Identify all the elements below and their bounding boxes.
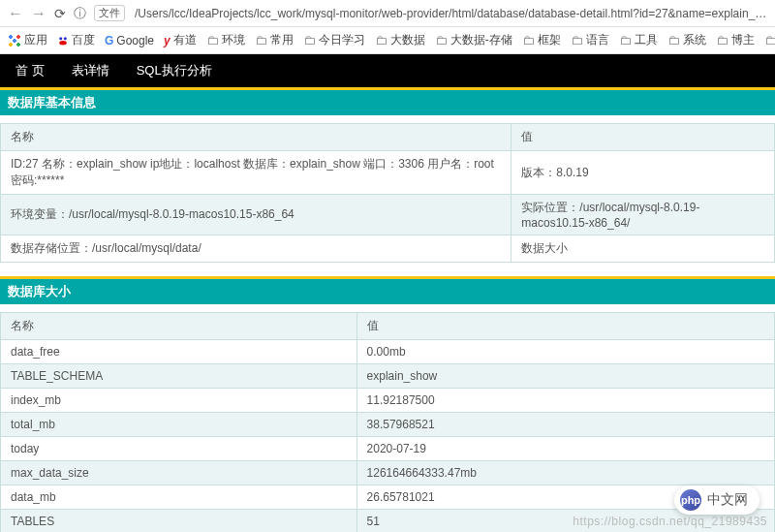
- bookmark-label: 博主: [731, 32, 755, 48]
- col-name: 名称: [1, 124, 512, 151]
- table-row: 数据存储位置：/usr/local/mysql/data/数据大小: [1, 235, 775, 263]
- basic-info-table: 名称 值 ID:27 名称：explain_show ip地址：localhos…: [0, 123, 775, 263]
- bookmark-label: 框架: [538, 32, 561, 48]
- cell-value: 2020-07-19: [356, 437, 774, 461]
- table-row: max_data_size126164664333.47mb: [1, 461, 775, 485]
- bookmark-item[interactable]: 🗀语言: [571, 32, 609, 48]
- top-nav: 首 页 表详情 SQL执行分析: [0, 54, 775, 87]
- cell-name: max_data_size: [1, 461, 357, 485]
- info-icon[interactable]: ⓘ: [74, 5, 86, 22]
- bookmark-item[interactable]: 🗀博主: [716, 32, 755, 48]
- back-button[interactable]: ←: [8, 5, 23, 22]
- nav-table-detail[interactable]: 表详情: [72, 62, 109, 79]
- cell-value: 126164664333.47mb: [356, 461, 774, 485]
- cell-name: ID:27 名称：explain_show ip地址：localhost 数据库…: [1, 151, 512, 195]
- bookmark-item[interactable]: 百度: [57, 32, 95, 48]
- url-text[interactable]: /Users/lcc/IdeaProjects/lcc_work/mysql-m…: [135, 7, 767, 20]
- cell-value: 26.65781021: [356, 485, 774, 510]
- bookmark-label: 百度: [72, 32, 95, 48]
- bookmark-label: 大数据: [390, 32, 425, 48]
- table-row: today2020-07-19: [1, 437, 775, 461]
- bookmark-label: 常用: [270, 32, 294, 48]
- baidu-icon: [57, 35, 69, 47]
- cell-name: total_mb: [1, 413, 357, 437]
- google-icon: G: [105, 34, 113, 47]
- cell-value: 11.92187500: [356, 389, 774, 413]
- page-content: 数据库基本信息 名称 值 ID:27 名称：explain_show ip地址：…: [0, 87, 775, 532]
- bookmark-item[interactable]: y 有道: [164, 32, 197, 48]
- bookmark-item[interactable]: 🗀常用: [255, 32, 294, 48]
- cell-value: explain_show: [356, 364, 774, 389]
- cell-value: 版本：8.0.19: [512, 151, 775, 195]
- cell-name: TABLE_SCHEMA: [1, 364, 357, 389]
- cell-name: TABLES: [1, 510, 357, 533]
- nav-sql-analysis[interactable]: SQL执行分析: [137, 62, 212, 79]
- table-row: total_mb38.57968521: [1, 413, 775, 437]
- bookmark-item[interactable]: 🗀数据库: [764, 32, 775, 48]
- nav-home[interactable]: 首 页: [16, 62, 45, 79]
- table-row: 环境变量：/usr/local/mysql-8.0.19-macos10.15-…: [1, 195, 775, 235]
- folder-icon: 🗀: [716, 33, 728, 47]
- table-row: index_mb11.92187500: [1, 389, 775, 413]
- bookmark-label: 环境: [222, 32, 245, 48]
- col-name: 名称: [1, 313, 357, 340]
- bookmark-item[interactable]: 🗀系统: [667, 32, 706, 48]
- svg-point-0: [59, 37, 62, 40]
- svg-point-2: [59, 41, 67, 46]
- bookmark-item[interactable]: 🗀框架: [522, 32, 561, 48]
- table-row: data_mb26.65781021: [1, 485, 775, 510]
- bookmark-item[interactable]: 🗀大数据: [375, 32, 425, 48]
- apps-icon: [8, 34, 21, 47]
- cell-value: 38.57968521: [356, 413, 774, 437]
- browser-address-bar: ← → ⟳ ⓘ 文件 /Users/lcc/IdeaProjects/lcc_w…: [0, 0, 775, 27]
- url-scheme-badge: 文件: [94, 5, 125, 21]
- forward-button[interactable]: →: [31, 5, 46, 22]
- bookmark-label: 系统: [683, 32, 706, 48]
- bookmark-item[interactable]: G Google: [105, 34, 154, 47]
- folder-icon: 🗀: [619, 33, 632, 47]
- bookmarks-bar: 应用 百度 G Google y 有道 🗀环境 🗀常用 🗀今日学习 🗀大数据 🗀…: [0, 27, 775, 54]
- table-row: TABLES51: [1, 510, 775, 533]
- folder-icon: 🗀: [435, 33, 448, 47]
- db-size-table: 名称 值 data_free0.00mb TABLE_SCHEMAexplain…: [0, 312, 775, 532]
- apps-button[interactable]: 应用: [8, 32, 47, 48]
- cell-value: 51: [356, 510, 774, 533]
- bookmark-label: 大数据-存储: [450, 32, 512, 48]
- bookmark-label: 工具: [635, 32, 658, 48]
- bookmark-item[interactable]: 🗀大数据-存储: [435, 32, 512, 48]
- bookmark-item[interactable]: 🗀环境: [206, 32, 245, 48]
- youdao-icon: y: [164, 34, 170, 47]
- bookmark-label: 语言: [586, 32, 609, 48]
- cell-name: index_mb: [1, 389, 357, 413]
- col-value: 值: [512, 124, 775, 151]
- svg-point-1: [64, 37, 67, 40]
- table-row: TABLE_SCHEMAexplain_show: [1, 364, 775, 389]
- folder-icon: 🗀: [303, 33, 316, 47]
- reload-button[interactable]: ⟳: [54, 6, 66, 21]
- bookmark-label: 有道: [173, 32, 197, 48]
- bookmark-item[interactable]: 🗀工具: [619, 32, 658, 48]
- folder-icon: 🗀: [206, 33, 219, 47]
- folder-icon: 🗀: [571, 33, 583, 47]
- bookmark-label: 今日学习: [319, 32, 365, 48]
- apps-label: 应用: [24, 32, 47, 48]
- table-row: ID:27 名称：explain_show ip地址：localhost 数据库…: [1, 151, 775, 195]
- bookmark-item[interactable]: 🗀今日学习: [303, 32, 365, 48]
- section-header-basic-info: 数据库基本信息: [0, 87, 775, 115]
- table-row: data_free0.00mb: [1, 340, 775, 364]
- folder-icon: 🗀: [375, 33, 388, 47]
- cell-name: today: [1, 437, 357, 461]
- cell-value: 0.00mb: [356, 340, 774, 364]
- section-header-db-size: 数据库大小: [0, 276, 775, 304]
- cell-name: 环境变量：/usr/local/mysql-8.0.19-macos10.15-…: [1, 195, 512, 235]
- folder-icon: 🗀: [522, 33, 535, 47]
- cell-name: data_mb: [1, 485, 357, 510]
- cell-name: data_free: [1, 340, 357, 364]
- cell-value: 实际位置：/usr/local/mysql-8.0.19-macos10.15-…: [512, 195, 775, 235]
- cell-value: 数据大小: [512, 235, 775, 263]
- cell-name: 数据存储位置：/usr/local/mysql/data/: [1, 235, 512, 263]
- folder-icon: 🗀: [764, 33, 775, 47]
- folder-icon: 🗀: [667, 33, 680, 47]
- bookmark-label: Google: [116, 34, 154, 47]
- col-value: 值: [356, 313, 774, 340]
